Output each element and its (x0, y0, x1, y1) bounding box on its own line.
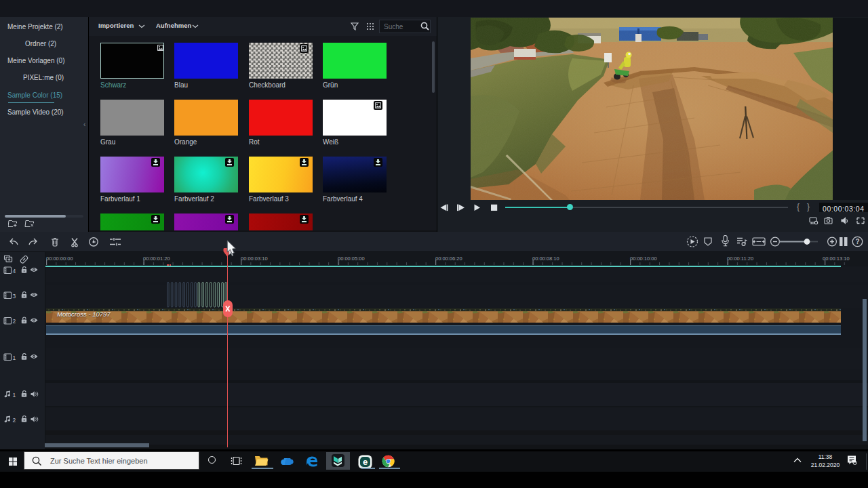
svg-text:1: 1 (13, 392, 16, 399)
svg-text:4: 4 (13, 268, 16, 274)
svg-text:1: 1 (13, 354, 16, 361)
svg-text:2: 2 (13, 318, 16, 325)
svg-text:e: e (363, 457, 368, 467)
svg-text:3: 3 (13, 293, 16, 300)
svg-text:?: ? (855, 238, 859, 245)
svg-text:2: 2 (13, 417, 16, 424)
